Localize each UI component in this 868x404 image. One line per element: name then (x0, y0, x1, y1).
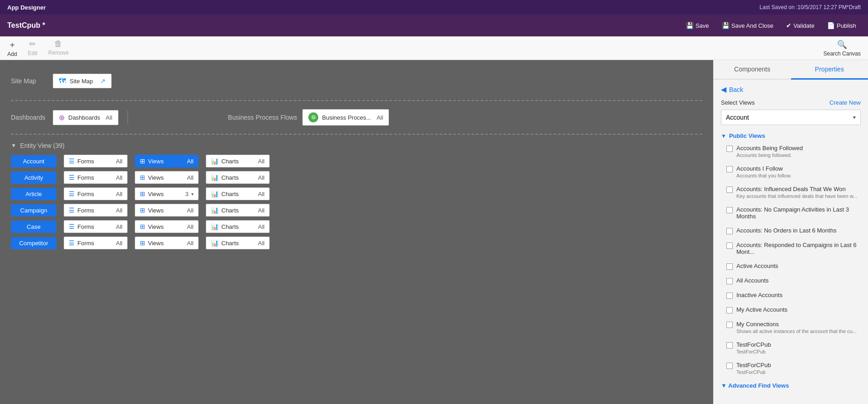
campaign-charts-chip[interactable]: 📊 Charts All (206, 204, 270, 217)
activity-views-chip[interactable]: ⊞ Views All (135, 171, 199, 184)
back-arrow-icon: ◀ (721, 85, 726, 94)
article-entity-button[interactable]: Article (11, 188, 56, 200)
view-checkbox[interactable] (726, 166, 733, 172)
add-toolbar-item[interactable]: ＋ Add (7, 39, 17, 57)
public-views-header[interactable]: ▼ Public Views (714, 129, 868, 141)
case-forms-chip[interactable]: ☰ Forms All (64, 220, 128, 233)
validate-button[interactable]: ✔ Validate (781, 20, 819, 31)
list-item[interactable]: Accounts: No Orders in Last 6 Months (714, 223, 868, 238)
edit-toolbar-item[interactable]: ✏ Edit (28, 39, 37, 57)
canvas-area[interactable]: Site Map 🗺 Site Map ↗ Dashboards ⊕ Dashb… (0, 60, 713, 404)
campaign-views-chip[interactable]: ⊞ Views All (135, 204, 199, 217)
external-link-icon: ↗ (100, 77, 106, 85)
list-item[interactable]: Accounts: Responded to Campaigns in Last… (714, 238, 868, 259)
account-charts-chip[interactable]: 📊 Charts All (206, 155, 270, 167)
list-item[interactable]: TestForCPub TestForCPub (714, 358, 868, 379)
advanced-find-views-header[interactable]: ▼ Advanced Find Views (714, 379, 868, 391)
list-item[interactable]: Accounts: No Campaign Activities in Last… (714, 202, 868, 223)
article-forms-chip[interactable]: ☰ Forms All (64, 187, 128, 200)
save-and-close-button[interactable]: 💾 Save And Close (717, 20, 778, 31)
vertical-divider (128, 111, 128, 124)
view-checkbox[interactable] (726, 363, 733, 369)
publish-icon: 📄 (827, 22, 835, 29)
activity-forms-chip[interactable]: ☰ Forms All (64, 171, 128, 184)
search-icon: 🔍 (837, 40, 847, 50)
bp-chip[interactable]: ⚙ Business Proces... All (302, 109, 389, 126)
publish-button[interactable]: 📄 Publish (822, 20, 861, 31)
campaign-entity-button[interactable]: Campaign (11, 204, 56, 217)
entity-rows: Account ☰ Forms All ⊞ Views All 📊 Charts… (11, 155, 702, 249)
list-item[interactable]: My Active Accounts (714, 303, 868, 317)
case-charts-chip[interactable]: 📊 Charts All (206, 220, 270, 233)
create-new-link[interactable]: Create New (829, 99, 861, 106)
views-icon: ⊞ (140, 157, 145, 165)
tab-components[interactable]: Components (714, 60, 791, 79)
view-checkbox[interactable] (726, 242, 733, 249)
tab-properties[interactable]: Properties (791, 60, 868, 80)
list-item[interactable]: All Accounts (714, 273, 868, 288)
forms-icon: ☰ (69, 239, 75, 247)
bp-label: Business Process Flows (228, 114, 297, 121)
view-checkbox[interactable] (726, 207, 733, 213)
charts-icon: 📊 (211, 190, 219, 197)
case-views-chip[interactable]: ⊞ Views All (135, 220, 199, 233)
app-designer-title: App Designer (7, 4, 46, 11)
sitemap-row: Site Map 🗺 Site Map ↗ (11, 69, 702, 93)
divider-1 (11, 100, 702, 101)
charts-icon: 📊 (211, 157, 219, 165)
list-item[interactable]: Accounts Being Followed Accounts being f… (714, 141, 868, 162)
dashboards-label: Dashboards (11, 114, 47, 121)
competitor-charts-chip[interactable]: 📊 Charts All (206, 237, 270, 249)
list-item[interactable]: Accounts I Follow Accounts that you foll… (714, 162, 868, 182)
view-checkbox[interactable] (726, 228, 733, 234)
case-entity-button[interactable]: Case (11, 221, 56, 233)
dropdown-arrow-icon: ▾ (853, 114, 856, 121)
validate-icon: ✔ (786, 22, 791, 29)
list-item[interactable]: My Connections Shows all active instance… (714, 317, 868, 338)
entity-view-title: Entity View (39) (20, 142, 65, 149)
search-canvas[interactable]: 🔍 Search Canvas (823, 40, 861, 57)
table-row: Case ☰ Forms All ⊞ Views All 📊 Charts Al… (11, 220, 702, 233)
entity-dropdown[interactable]: Account ▾ (721, 110, 861, 125)
competitor-entity-button[interactable]: Competitor (11, 237, 56, 249)
view-checkbox[interactable] (726, 293, 733, 299)
competitor-forms-chip[interactable]: ☰ Forms All (64, 237, 128, 249)
views-dropdown-icon[interactable]: ▾ (191, 192, 194, 197)
view-checkbox[interactable] (726, 187, 733, 193)
list-item[interactable]: TestForCPub TestForCPub (714, 338, 868, 358)
list-item[interactable]: Accounts: Influenced Deals That We Won K… (714, 182, 868, 202)
forms-icon: ☰ (69, 157, 75, 165)
campaign-forms-chip[interactable]: ☰ Forms All (64, 204, 128, 217)
right-panel: Components Properties ◀ Back Select View… (713, 60, 868, 404)
view-checkbox[interactable] (726, 263, 733, 270)
dashboards-chip[interactable]: ⊕ Dashboards All (53, 110, 118, 125)
table-row: Campaign ☰ Forms All ⊞ Views All 📊 Chart… (11, 204, 702, 217)
article-charts-chip[interactable]: 📊 Charts All (206, 187, 270, 200)
view-checkbox[interactable] (726, 307, 733, 313)
account-forms-chip[interactable]: ☰ Forms All (64, 155, 128, 167)
sitemap-map-icon: 🗺 (59, 77, 66, 85)
competitor-views-chip[interactable]: ⊞ Views All (135, 237, 199, 249)
account-entity-button[interactable]: Account (11, 155, 56, 167)
panel-body[interactable]: ◀ Back Select Views Create New Account ▾… (714, 80, 868, 404)
forms-icon: ☰ (69, 190, 75, 197)
account-views-chip[interactable]: ⊞ Views All (135, 155, 199, 167)
view-checkbox[interactable] (726, 322, 733, 328)
view-checkbox[interactable] (726, 146, 733, 152)
activity-entity-button[interactable]: Activity (11, 172, 56, 184)
sitemap-chip[interactable]: 🗺 Site Map ↗ (53, 74, 112, 88)
back-button[interactable]: ◀ Back (714, 80, 868, 96)
save-button[interactable]: 💾 Save (681, 20, 714, 31)
list-item[interactable]: Inactive Accounts (714, 288, 868, 303)
collapse-arrow-icon[interactable]: ▼ (11, 142, 16, 149)
remove-toolbar-item[interactable]: 🗑 Remove (48, 39, 69, 57)
toolbar-left: ＋ Add ✏ Edit 🗑 Remove (7, 39, 69, 57)
view-checkbox[interactable] (726, 278, 733, 284)
view-checkbox[interactable] (726, 342, 733, 348)
activity-charts-chip[interactable]: 📊 Charts All (206, 171, 270, 184)
article-views-chip[interactable]: ⊞ Views 3 ▾ (135, 187, 199, 200)
list-item[interactable]: Active Accounts (714, 259, 868, 273)
toolbar: ＋ Add ✏ Edit 🗑 Remove 🔍 Search Canvas (0, 36, 868, 60)
remove-icon: 🗑 (54, 39, 62, 49)
panel-tabs: Components Properties (714, 60, 868, 80)
